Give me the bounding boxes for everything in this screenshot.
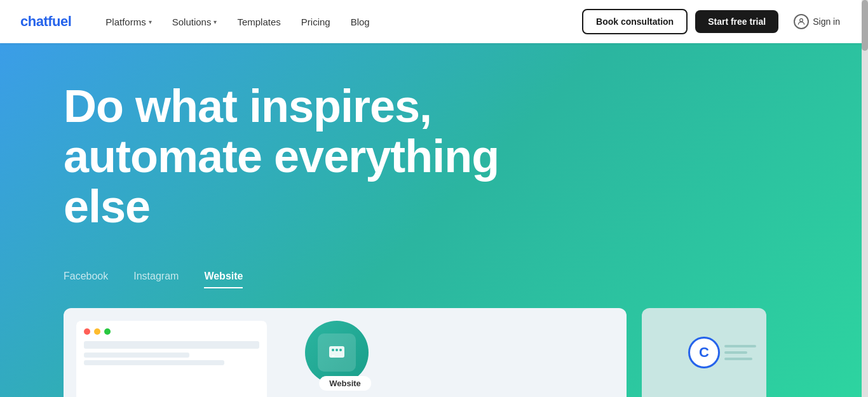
hero-section: Do what inspires, automate everything el… — [0, 43, 862, 397]
start-trial-button[interactable]: Start free trial — [695, 10, 778, 33]
nav-links: Platforms ▾ Solutions ▾ Templates Pricin… — [97, 11, 582, 32]
scrollbar[interactable] — [862, 0, 868, 397]
svg-point-2 — [332, 349, 334, 351]
svg-point-0 — [800, 18, 803, 22]
tab-instagram[interactable]: Instagram — [133, 271, 179, 288]
scrollbar-thumb[interactable] — [862, 0, 868, 51]
hero-headline-line1: Do what inspires, — [64, 81, 431, 131]
sign-in-button[interactable]: Sign in — [786, 9, 848, 34]
user-icon — [794, 14, 809, 29]
chevron-icon-platforms: ▾ — [149, 18, 152, 25]
nav-label-templates: Templates — [237, 17, 280, 27]
svg-point-3 — [336, 349, 338, 351]
navbar: chatfuel Platforms ▾ Solutions ▾ Templat… — [0, 0, 868, 43]
website-label-text: Website — [329, 379, 361, 388]
book-consultation-button[interactable]: Book consultation — [582, 9, 688, 34]
dot-yellow — [94, 328, 100, 335]
c-logo: C — [688, 337, 720, 368]
chevron-icon-solutions: ▾ — [214, 18, 217, 25]
logo[interactable]: chatfuel — [20, 13, 71, 30]
nav-label-platforms: Platforms — [105, 17, 146, 27]
c-lines — [724, 345, 756, 360]
dot-red — [84, 328, 90, 335]
nav-label-pricing: Pricing — [301, 17, 330, 27]
sign-in-label: Sign in — [813, 17, 840, 27]
tab-website[interactable]: Website — [204, 271, 243, 288]
hero-tabs: Facebook Instagram Website — [64, 271, 798, 288]
secondary-card: C — [642, 308, 766, 397]
tab-facebook[interactable]: Facebook — [64, 271, 108, 288]
browser-mockup — [76, 321, 267, 397]
svg-rect-1 — [329, 346, 344, 358]
nav-label-blog: Blog — [351, 17, 370, 27]
dot-green — [104, 328, 111, 335]
svg-point-4 — [339, 349, 342, 351]
hero-headline: Do what inspires, automate everything el… — [64, 81, 521, 232]
cursor-icon — [318, 333, 356, 372]
main-card: Website — [64, 308, 627, 397]
nav-item-pricing[interactable]: Pricing — [292, 11, 339, 32]
nav-item-blog[interactable]: Blog — [342, 11, 379, 32]
nav-label-solutions: Solutions — [172, 17, 212, 27]
nav-actions: Book consultation Start free trial Sign … — [582, 9, 848, 34]
c-line-3 — [724, 358, 752, 360]
c-line-2 — [724, 351, 747, 354]
c-line-1 — [724, 345, 756, 347]
nav-item-templates[interactable]: Templates — [228, 11, 289, 32]
website-label: Website — [319, 376, 371, 391]
hero-headline-line2: automate everything else — [64, 131, 499, 232]
nav-item-solutions[interactable]: Solutions ▾ — [163, 11, 226, 32]
chatbot-icon-circle — [305, 321, 369, 384]
c-logo-letter: C — [699, 344, 709, 361]
browser-bar — [84, 328, 259, 335]
hero-cards: Website C — [64, 308, 766, 397]
nav-item-platforms[interactable]: Platforms ▾ — [97, 11, 160, 32]
